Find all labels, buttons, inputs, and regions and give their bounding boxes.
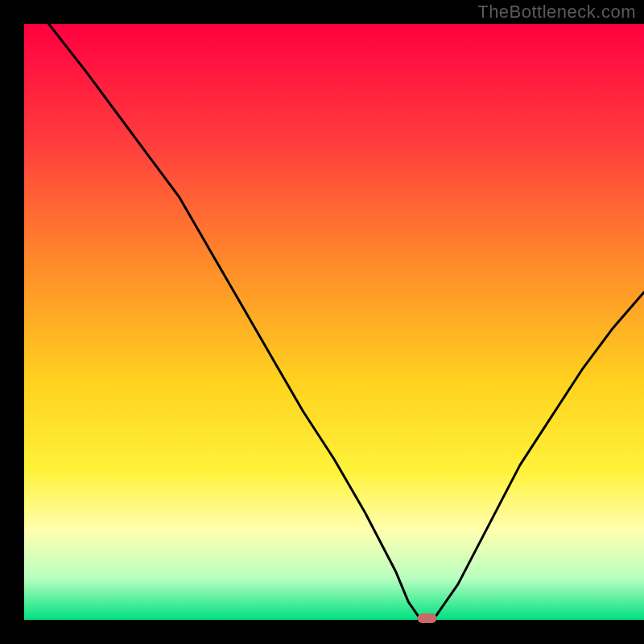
chart-svg <box>0 0 644 644</box>
optimal-marker <box>418 613 437 623</box>
chart-container: TheBottleneck.com <box>0 0 644 644</box>
